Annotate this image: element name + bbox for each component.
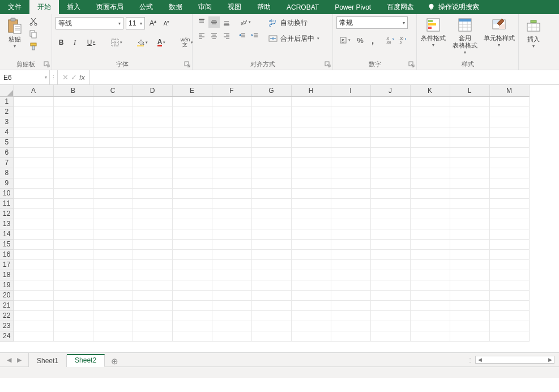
orientation-button[interactable]: ab▾ bbox=[237, 16, 254, 28]
column-header[interactable]: E bbox=[172, 85, 212, 96]
grid-cell[interactable] bbox=[331, 280, 370, 290]
column-header[interactable]: C bbox=[93, 85, 133, 96]
grid-cell[interactable] bbox=[410, 280, 450, 290]
grid-cell[interactable] bbox=[331, 249, 370, 259]
grid-cell[interactable] bbox=[172, 259, 212, 270]
column-header[interactable]: F bbox=[212, 85, 251, 96]
row-header[interactable]: 16 bbox=[0, 249, 14, 259]
grid-cell[interactable] bbox=[291, 168, 331, 178]
row-header[interactable]: 2 bbox=[0, 106, 14, 117]
fill-color-button[interactable]: ▾ bbox=[134, 37, 151, 48]
grid-cell[interactable] bbox=[251, 157, 291, 168]
decrease-decimal-button[interactable]: .00.0 bbox=[397, 35, 408, 46]
grid-cell[interactable] bbox=[172, 239, 212, 249]
grid-cell[interactable] bbox=[93, 147, 133, 157]
grid-cell[interactable] bbox=[53, 300, 93, 310]
column-header[interactable]: D bbox=[133, 85, 172, 96]
grid-cell[interactable] bbox=[14, 270, 53, 280]
grid-cell[interactable] bbox=[291, 117, 331, 127]
grid-cell[interactable] bbox=[172, 229, 212, 239]
name-box[interactable]: E6 ▾ bbox=[0, 70, 50, 84]
grid-cell[interactable] bbox=[370, 106, 410, 117]
row-header[interactable]: 21 bbox=[0, 300, 14, 310]
grid-cell[interactable] bbox=[370, 321, 410, 331]
grid-cell[interactable] bbox=[410, 157, 450, 168]
tab-page-layout[interactable]: 页面布局 bbox=[88, 0, 131, 14]
row-header[interactable]: 22 bbox=[0, 310, 14, 321]
grid-cell[interactable] bbox=[53, 270, 93, 280]
column-header[interactable]: H bbox=[291, 85, 331, 96]
grid-cell[interactable] bbox=[172, 127, 212, 137]
grid-cell[interactable] bbox=[410, 208, 450, 219]
grid-cell[interactable] bbox=[133, 198, 172, 208]
grid-cell[interactable] bbox=[291, 127, 331, 137]
grid-cell[interactable] bbox=[14, 147, 53, 157]
grid-cell[interactable] bbox=[93, 219, 133, 229]
grid-cell[interactable] bbox=[331, 188, 370, 198]
grid-cell[interactable] bbox=[93, 127, 133, 137]
tab-data[interactable]: 数据 bbox=[161, 0, 190, 14]
grid-cell[interactable] bbox=[251, 147, 291, 157]
row-header[interactable]: 19 bbox=[0, 280, 14, 290]
grid-cell[interactable] bbox=[291, 290, 331, 300]
grid-cell[interactable] bbox=[172, 280, 212, 290]
grid-cell[interactable] bbox=[212, 208, 251, 219]
grid-cell[interactable] bbox=[14, 96, 53, 106]
grid-cell[interactable] bbox=[291, 198, 331, 208]
grid-cell[interactable] bbox=[251, 96, 291, 106]
grid-cell[interactable] bbox=[410, 137, 450, 147]
formula-input[interactable] bbox=[90, 70, 559, 84]
grid-cell[interactable] bbox=[489, 280, 529, 290]
borders-button[interactable]: ▾ bbox=[108, 37, 125, 48]
grid-cell[interactable] bbox=[450, 270, 489, 280]
grid-cell[interactable] bbox=[251, 239, 291, 249]
column-header[interactable]: K bbox=[410, 85, 450, 96]
grid-cell[interactable] bbox=[93, 168, 133, 178]
grid-cell[interactable] bbox=[489, 219, 529, 229]
grid-cell[interactable] bbox=[133, 137, 172, 147]
accounting-format-button[interactable]: $▾ bbox=[336, 35, 353, 46]
grid-cell[interactable] bbox=[133, 127, 172, 137]
grid-cell[interactable] bbox=[331, 147, 370, 157]
grid-cell[interactable] bbox=[93, 300, 133, 310]
grid-cell[interactable] bbox=[53, 96, 93, 106]
grid-cell[interactable] bbox=[410, 300, 450, 310]
grid-cell[interactable] bbox=[212, 137, 251, 147]
paste-button[interactable]: 粘贴 ▾ bbox=[3, 16, 26, 49]
grid-cell[interactable] bbox=[14, 321, 53, 331]
percent-format-button[interactable]: % bbox=[355, 35, 366, 46]
tab-review[interactable]: 审阅 bbox=[190, 0, 220, 14]
tab-insert[interactable]: 插入 bbox=[59, 0, 88, 14]
grid-cell[interactable] bbox=[489, 178, 529, 188]
paste-dropdown-icon[interactable]: ▾ bbox=[14, 44, 16, 49]
grid-cell[interactable] bbox=[450, 300, 489, 310]
grid-cell[interactable] bbox=[212, 270, 251, 280]
grid-cell[interactable] bbox=[53, 290, 93, 300]
align-bottom-button[interactable] bbox=[221, 16, 232, 28]
grid-cell[interactable] bbox=[93, 259, 133, 270]
horizontal-scrollbar[interactable]: ◀ ▶ bbox=[475, 356, 554, 364]
grid-cell[interactable] bbox=[93, 249, 133, 259]
increase-indent-button[interactable] bbox=[249, 30, 261, 41]
grid-cell[interactable] bbox=[370, 219, 410, 229]
grid-cell[interactable] bbox=[291, 157, 331, 168]
grid-cell[interactable] bbox=[53, 229, 93, 239]
grid-cell[interactable] bbox=[410, 198, 450, 208]
grid-cell[interactable] bbox=[450, 310, 489, 321]
grid-cell[interactable] bbox=[331, 321, 370, 331]
grid-cell[interactable] bbox=[489, 137, 529, 147]
grid-cell[interactable] bbox=[489, 157, 529, 168]
grid-cell[interactable] bbox=[370, 188, 410, 198]
grid-cell[interactable] bbox=[133, 280, 172, 290]
grid-cell[interactable] bbox=[53, 147, 93, 157]
grid-cell[interactable] bbox=[251, 137, 291, 147]
grid-cell[interactable] bbox=[331, 219, 370, 229]
grid-cell[interactable] bbox=[53, 188, 93, 198]
font-size-combo[interactable]: 11▾ bbox=[126, 17, 145, 29]
grid-cell[interactable] bbox=[212, 127, 251, 137]
grid-cell[interactable] bbox=[133, 219, 172, 229]
grid-cell[interactable] bbox=[450, 137, 489, 147]
align-center-button[interactable] bbox=[208, 30, 220, 41]
grid-cell[interactable] bbox=[53, 157, 93, 168]
grid-cell[interactable] bbox=[14, 219, 53, 229]
